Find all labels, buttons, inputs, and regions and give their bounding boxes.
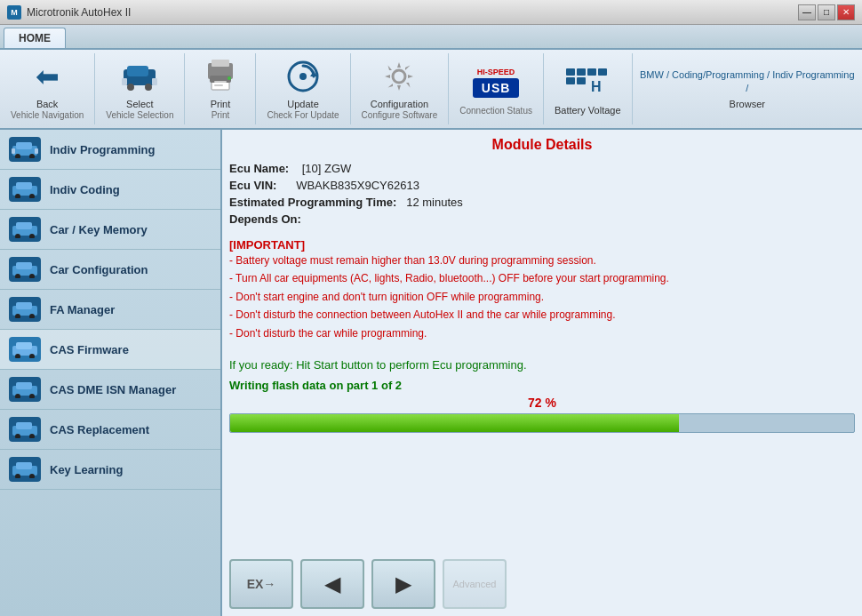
- svg-rect-18: [577, 68, 586, 76]
- svg-point-3: [145, 84, 152, 91]
- print-svg: [203, 60, 238, 93]
- exit-icon: EX→: [247, 577, 276, 591]
- advanced-button[interactable]: Advanced: [443, 559, 507, 609]
- important-item-2: - Turn All car equipments (AC, lights, R…: [229, 269, 855, 287]
- sidebar-item-indiv-programming[interactable]: Indiv Programming: [0, 130, 220, 170]
- est-time-row: Estimated Programming Time: 12 minutes: [229, 196, 855, 209]
- sidebar-item-label: FA Manager: [50, 303, 115, 316]
- battery-svg: H: [566, 68, 609, 95]
- bottom-buttons: EX→ ◀ ▶ Advanced: [229, 552, 855, 609]
- play-button[interactable]: ▶: [371, 559, 435, 609]
- main-content: Indiv Programming Indiv Coding: [0, 130, 862, 616]
- important-title: [IMPORTANT]: [229, 238, 855, 252]
- svg-rect-47: [16, 342, 32, 349]
- toolbar-usb[interactable]: HI-SPEED USB Connection Status: [449, 53, 544, 124]
- toolbar-update-label1: Update: [267, 99, 339, 110]
- toolbar: ⬅ Back Vehicle Navigation Select Vehicle…: [0, 50, 862, 130]
- important-section: [IMPORTANT] - Battery voltage must remai…: [229, 238, 855, 342]
- play-icon: ▶: [395, 572, 411, 596]
- toolbar-print[interactable]: Print Print: [185, 53, 256, 124]
- minimize-button[interactable]: —: [798, 4, 816, 20]
- sidebar-item-key-learning[interactable]: Key Learning: [0, 450, 220, 490]
- title-bar-left: M Microtronik AutoHex II: [7, 5, 131, 20]
- close-button[interactable]: ✕: [837, 4, 855, 20]
- svg-rect-59: [16, 462, 32, 469]
- update-icon: [282, 57, 324, 97]
- svg-text:H: H: [591, 79, 602, 94]
- toolbar-select[interactable]: Select Vehicle Selection: [95, 53, 185, 124]
- svg-rect-39: [16, 262, 32, 269]
- est-time-value: 12 minutes: [406, 196, 463, 209]
- ecu-vin-row: Ecu VIN: WBAKB835X9CY62613: [229, 179, 855, 192]
- svg-rect-20: [598, 68, 607, 76]
- sidebar-item-car-configuration[interactable]: Car Configuration: [0, 250, 220, 290]
- sidebar-item-fa-manager[interactable]: FA Manager: [0, 290, 220, 330]
- important-item-4: - Don't disturb the connection between A…: [229, 306, 855, 324]
- usb-icon: HI-SPEED USB: [475, 61, 517, 104]
- car-icon-fa-manager: [9, 297, 41, 322]
- sidebar-item-label: CAS DME ISN Manager: [50, 383, 176, 396]
- window-controls[interactable]: — □ ✕: [798, 4, 855, 20]
- progress-percentage: 72 %: [229, 396, 855, 410]
- toolbar-config[interactable]: Configuration Configure Software: [351, 53, 450, 124]
- select-icon: [118, 57, 161, 97]
- toolbar-back[interactable]: ⬅ Back Vehicle Navigation: [0, 53, 95, 124]
- ready-text: If you ready: Hit Start button to perfor…: [229, 358, 855, 372]
- svg-rect-5: [152, 78, 157, 85]
- ecu-vin-label: Ecu VIN:: [229, 179, 276, 192]
- exit-button[interactable]: EX→: [229, 559, 293, 609]
- svg-rect-35: [16, 222, 32, 229]
- sidebar-item-indiv-coding[interactable]: Indiv Coding: [0, 170, 220, 210]
- tab-home[interactable]: HOME: [4, 28, 66, 48]
- browser-label: Browser: [730, 99, 765, 109]
- prev-button[interactable]: ◀: [300, 559, 364, 609]
- svg-point-15: [299, 73, 307, 80]
- config-icon: [378, 57, 420, 97]
- svg-point-2: [127, 84, 134, 91]
- sidebar-item-label: Key Learning: [50, 463, 123, 476]
- toolbar-back-label1: Back: [11, 99, 84, 110]
- sidebar-item-label: Car Configuration: [50, 263, 148, 276]
- toolbar-browser[interactable]: BMW / Coding/Programming / Indiv Program…: [633, 53, 862, 124]
- toolbar-update[interactable]: Update Check For Update: [256, 53, 350, 124]
- sidebar-item-cas-replacement[interactable]: CAS Replacement: [0, 410, 220, 450]
- svg-rect-17: [566, 68, 575, 76]
- car-icon-car-key-memory: [9, 217, 41, 242]
- toolbar-battery[interactable]: H Battery Voltage: [544, 53, 633, 124]
- svg-rect-25: [16, 142, 32, 149]
- important-list: - Battery voltage must remain higher tha…: [229, 252, 855, 342]
- maximize-button[interactable]: □: [818, 4, 835, 20]
- toolbar-config-label2: Configure Software: [362, 110, 438, 121]
- svg-rect-7: [212, 60, 229, 67]
- sidebar-item-label: Indiv Coding: [50, 183, 120, 196]
- car-icon-indiv-coding: [9, 177, 41, 202]
- sidebar-item-cas-firmware[interactable]: CAS Firmware: [0, 330, 220, 370]
- progress-bar-container: [229, 413, 855, 433]
- toolbar-print-label2: Print: [211, 110, 231, 121]
- car-select-svg: [120, 60, 159, 92]
- svg-rect-19: [587, 68, 596, 76]
- svg-rect-55: [16, 422, 32, 429]
- sidebar-item-label: Car / Key Memory: [50, 223, 148, 236]
- svg-rect-11: [214, 81, 227, 83]
- important-item-3: - Don't start engine and don't turn igni…: [229, 288, 855, 306]
- car-icon-car-configuration: [9, 257, 41, 282]
- prev-icon: ◀: [324, 572, 340, 596]
- sidebar-item-cas-dme-isn[interactable]: CAS DME ISN Manager: [0, 370, 220, 410]
- depends-on-row: Depends On:: [229, 212, 855, 226]
- config-svg: [381, 59, 417, 94]
- sidebar-item-car-key-memory[interactable]: Car / Key Memory: [0, 210, 220, 250]
- svg-rect-29: [35, 148, 38, 154]
- app-icon: M: [7, 5, 21, 20]
- toolbar-usb-label: Connection Status: [459, 106, 532, 116]
- progress-bar-fill: [230, 414, 679, 432]
- usb-hispeed-label: HI-SPEED: [477, 68, 515, 76]
- right-panel: Module Details Ecu Name: [10] ZGW Ecu VI…: [222, 130, 862, 616]
- app-title: Microtronik AutoHex II: [27, 6, 131, 19]
- module-details-title: Module Details: [229, 137, 855, 153]
- toolbar-battery-label: Battery Voltage: [555, 105, 621, 116]
- svg-rect-51: [16, 382, 32, 389]
- svg-rect-21: [566, 77, 575, 84]
- toolbar-select-label1: Select: [106, 99, 173, 110]
- svg-rect-28: [12, 148, 15, 154]
